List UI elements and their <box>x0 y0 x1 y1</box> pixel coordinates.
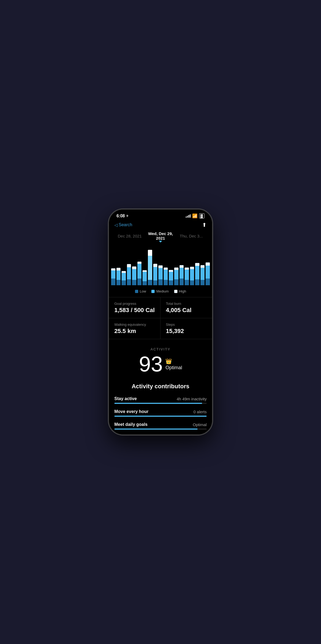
activity-status: Optimal <box>165 365 182 371</box>
progress-bar-fill-2 <box>114 429 198 430</box>
bar-medium-11 <box>169 272 173 280</box>
bar-medium-8 <box>153 267 158 280</box>
bar-group-16 <box>195 246 199 285</box>
bar-low-1 <box>116 280 121 285</box>
legend-dot-high <box>174 290 177 293</box>
progress-bar-bg-0 <box>114 403 207 404</box>
stat-label-goal: Goal progress <box>114 302 155 306</box>
contributor-item-0[interactable]: Stay active 4h 49m inactivity <box>114 396 207 404</box>
back-button[interactable]: ◁ Search <box>114 222 132 228</box>
bar-group-6 <box>143 246 147 285</box>
legend-high: High <box>174 289 186 293</box>
bar-high-7 <box>148 250 152 256</box>
signal-bars <box>186 214 191 218</box>
battery-icon: ▓ <box>199 213 205 218</box>
progress-bar-bg-2 <box>114 429 207 430</box>
bar-high-16 <box>195 263 199 266</box>
stat-cell-goal-progress: Goal progress 1,583 / 500 Cal <box>109 297 160 318</box>
phone-screen[interactable]: 6:08 ✈ 📶 ▓ ◁ Search ⬆ <box>109 210 212 434</box>
bar-high-12 <box>174 268 178 270</box>
signal-bar-1 <box>186 217 187 218</box>
bar-medium-3 <box>127 267 131 279</box>
contributor-value-2: Optimal <box>193 422 207 427</box>
bar-group-11 <box>169 246 173 285</box>
bar-high-11 <box>169 270 173 272</box>
stat-value-walking: 25.5 km <box>114 328 155 335</box>
bar-medium-7 <box>148 256 152 280</box>
date-scroller[interactable]: Dec 28, 2021 Wed, Dec 29, 2021 Thu, Dec … <box>109 230 212 244</box>
bar-group-12 <box>174 246 178 285</box>
bar-low-16 <box>195 279 199 285</box>
bar-low-4 <box>132 280 136 285</box>
bar-low-14 <box>185 280 189 285</box>
contributors-section: Activity contributors Stay active 4h 49m… <box>109 378 212 434</box>
date-next[interactable]: Thu, Dec 3... <box>176 234 207 238</box>
date-prev[interactable]: Dec 28, 2021 <box>114 234 145 238</box>
bar-high-4 <box>132 266 136 269</box>
bar-medium-17 <box>200 268 205 280</box>
bar-group-10 <box>164 246 168 285</box>
stat-label-steps: Steps <box>166 323 207 327</box>
share-button[interactable]: ⬆ <box>202 222 207 228</box>
bar-group-18 <box>206 246 210 285</box>
bar-low-7 <box>148 280 152 285</box>
bar-medium-15 <box>190 269 194 280</box>
bar-high-13 <box>180 265 184 268</box>
bar-low-18 <box>206 279 210 285</box>
contributor-item-2[interactable]: Meet daily goals Optimal <box>114 422 207 430</box>
bar-high-2 <box>122 271 126 273</box>
bar-low-8 <box>153 280 158 285</box>
bar-group-17 <box>200 246 205 285</box>
chart-bars <box>109 246 212 285</box>
back-label: Search <box>119 222 132 227</box>
bar-medium-12 <box>174 270 178 279</box>
stat-value-burn: 4,005 Cal <box>166 307 207 314</box>
bar-high-10 <box>164 268 168 270</box>
stat-cell-total-burn: Total burn 4,005 Cal <box>160 297 212 318</box>
bar-medium-13 <box>180 268 184 279</box>
activity-section: ACTIVITY 93 👑 Optimal <box>109 339 212 378</box>
chart-container <box>109 244 212 287</box>
activity-section-title: ACTIVITY <box>114 347 207 351</box>
bar-low-9 <box>158 279 163 285</box>
bar-medium-16 <box>195 266 199 279</box>
phone-frame: 6:08 ✈ 📶 ▓ ◁ Search ⬆ <box>108 209 213 435</box>
legend-low: Low <box>135 289 146 293</box>
contributor-value-0: 4h 49m inactivity <box>177 397 207 401</box>
legend-medium: Medium <box>151 289 169 293</box>
bar-high-1 <box>116 268 121 270</box>
bar-high-17 <box>200 265 205 268</box>
date-current[interactable]: Wed, Dec 29, 2021 <box>145 231 176 240</box>
bar-high-9 <box>158 265 163 268</box>
bar-high-18 <box>206 262 210 266</box>
bar-low-17 <box>200 280 205 285</box>
location-icon: ✈ <box>126 214 129 218</box>
bar-low-10 <box>164 280 168 285</box>
contributors-list: Stay active 4h 49m inactivity Move every… <box>114 396 207 434</box>
bar-group-13 <box>180 246 184 285</box>
bar-group-2 <box>122 246 126 285</box>
bar-medium-4 <box>132 269 136 280</box>
contributor-name-1: Move every hour <box>114 409 148 414</box>
contributor-item-1[interactable]: Move every hour 0 alerts <box>114 409 207 417</box>
bar-low-2 <box>122 280 126 285</box>
bar-high-15 <box>190 267 194 269</box>
bar-group-0 <box>111 246 115 285</box>
progress-bar-bg-1 <box>114 416 207 417</box>
bar-medium-0 <box>111 270 115 279</box>
bar-group-14 <box>185 246 189 285</box>
stat-cell-walking: Walking equivalency 25.5 km <box>109 318 160 339</box>
bar-high-0 <box>111 268 115 270</box>
wifi-icon: 📶 <box>192 213 198 218</box>
activity-score-number: 93 <box>139 353 163 375</box>
nav-header: ◁ Search ⬆ <box>109 221 212 230</box>
bar-high-3 <box>127 264 131 267</box>
back-arrow-icon: ◁ <box>114 222 118 228</box>
bar-low-15 <box>190 280 194 285</box>
bar-medium-9 <box>158 268 163 279</box>
bar-medium-2 <box>122 273 126 280</box>
chart-legend: Low Medium High <box>109 287 212 297</box>
activity-score-row: 93 👑 Optimal <box>114 353 207 375</box>
bar-group-4 <box>132 246 136 285</box>
bar-group-8 <box>153 246 158 285</box>
